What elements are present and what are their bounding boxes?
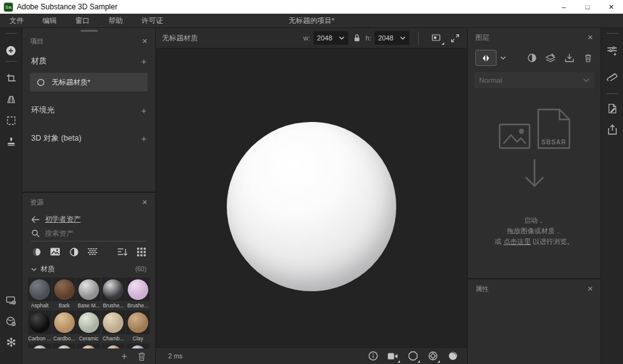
material-thumbnail[interactable]: Chamb... <box>101 310 125 342</box>
material-thumbnail[interactable]: Asphalt <box>27 278 52 309</box>
material-thumbnail-label: Cardbo... <box>54 335 75 342</box>
display-mode-icon[interactable] <box>427 350 439 362</box>
delete-asset-icon[interactable] <box>137 352 146 362</box>
material-grid-partial-row <box>22 342 155 348</box>
info-icon[interactable] <box>367 350 379 362</box>
add-environment-button[interactable]: + <box>141 107 146 114</box>
material-thumbnail[interactable]: Cardbo... <box>52 310 76 342</box>
stamp-tool-icon[interactable] <box>6 136 17 147</box>
width-value: 2048 <box>317 34 339 42</box>
material-preview-sphere[interactable] <box>227 122 396 291</box>
viewer-settings-icon[interactable] <box>6 294 17 306</box>
add-object-button[interactable]: + <box>141 135 146 142</box>
resources-panel-close-icon[interactable]: ✕ <box>142 198 148 207</box>
fullscreen-icon[interactable] <box>449 32 461 44</box>
menu-file[interactable]: 文件 <box>0 16 33 26</box>
project-panel-close-icon[interactable]: ✕ <box>142 37 148 45</box>
project-panel-title: 项目 <box>30 37 44 46</box>
viewport-footer: 2 ms <box>156 347 467 364</box>
project-panel: 项目 ✕ 材质 + 无标题材质* 环境光 + <box>22 28 155 192</box>
share-export-icon[interactable] <box>607 124 618 135</box>
material-thumbnail[interactable]: Brushe... <box>126 278 150 309</box>
divider <box>418 32 419 44</box>
hint-line-3: 或 点击这里 以进行浏览。 <box>495 236 574 247</box>
view-mode-icon[interactable] <box>431 32 443 44</box>
browse-link[interactable]: 点击这里 <box>503 238 531 245</box>
search-input[interactable] <box>45 230 138 237</box>
material-thumbnail[interactable]: Carbon ... <box>27 310 52 342</box>
properties-panel-close-icon[interactable]: ✕ <box>587 285 593 293</box>
export-preset-icon[interactable] <box>607 103 618 114</box>
filter-images-icon[interactable] <box>50 246 60 257</box>
add-resource-icon[interactable] <box>6 45 17 56</box>
adjustment-icon[interactable] <box>526 53 537 63</box>
height-value: 2048 <box>378 34 400 42</box>
search-box[interactable] <box>31 229 146 241</box>
lock-ratio-icon[interactable] <box>353 34 361 42</box>
viewport-canvas[interactable] <box>156 49 467 347</box>
blend-mode-select[interactable]: Normal <box>474 72 594 88</box>
window-title: Adobe Substance 3D Sampler <box>17 2 117 11</box>
crop-tool-icon[interactable] <box>6 73 17 84</box>
width-select[interactable]: 2048 <box>313 31 348 45</box>
grid-view-icon[interactable] <box>136 246 146 257</box>
environment-icon[interactable] <box>407 350 419 362</box>
filter-filters-icon[interactable] <box>69 246 79 257</box>
maximize-button[interactable]: □ <box>576 0 599 14</box>
material-thumbnail-partial[interactable] <box>77 343 100 348</box>
properties-panel: 属性 ✕ <box>468 279 601 364</box>
menu-window[interactable]: 窗口 <box>66 16 99 26</box>
material-thumbnail-label: Clay <box>133 335 143 342</box>
camera-icon[interactable] <box>387 350 399 362</box>
height-select[interactable]: 2048 <box>374 31 409 45</box>
material-thumbnail-partial[interactable] <box>52 343 76 348</box>
section-materials: 材质 + <box>22 50 155 72</box>
layers-panel-close-icon[interactable]: ✕ <box>587 34 593 42</box>
material-thumbnail[interactable]: Base M... <box>77 278 101 309</box>
material-thumbnail[interactable]: Bark <box>52 278 76 309</box>
marquee-tool-icon[interactable] <box>6 115 17 126</box>
resources-panel: 资源 ✕ 初学者资产 <box>22 193 155 364</box>
layer-dropzone[interactable]: SBSAR 启动， 拖放图像或材质， 或 点击这里 以进行浏览。 <box>468 88 601 278</box>
filter-fabric-icon[interactable] <box>87 246 98 257</box>
material-list-item[interactable]: 无标题材质* <box>30 73 148 91</box>
menu-license[interactable]: 许可证 <box>132 16 173 26</box>
add-asset-button[interactable]: + <box>121 351 127 362</box>
material-thumbnail[interactable]: Brushe... <box>101 278 125 309</box>
back-arrow-icon[interactable] <box>31 216 40 223</box>
left-toolbar <box>0 28 22 364</box>
material-thumbnail-partial[interactable] <box>28 343 52 348</box>
starter-assets-link[interactable]: 初学者资产 <box>45 215 81 224</box>
material-thumbnail-partial[interactable] <box>126 343 150 348</box>
smart-filters-icon[interactable] <box>607 45 618 56</box>
filter-materials-icon[interactable] <box>31 246 42 257</box>
material-thumbnail[interactable]: Ceramic <box>77 310 101 342</box>
perspective-tool-icon[interactable] <box>6 94 17 105</box>
material-ring-icon <box>36 78 45 87</box>
material-ball-icon[interactable] <box>447 350 459 362</box>
menu-edit[interactable]: 编辑 <box>33 16 66 26</box>
channel-chevron-icon[interactable] <box>500 56 506 60</box>
delete-layer-icon[interactable] <box>583 53 593 63</box>
channel-select-button[interactable] <box>475 50 497 66</box>
materials-section-label: 材质 <box>31 56 47 67</box>
material-thumbnail-partial[interactable] <box>102 343 125 348</box>
minimize-button[interactable]: – <box>552 0 576 14</box>
properties-panel-title: 属性 <box>475 284 489 294</box>
add-material-button[interactable]: + <box>141 58 146 65</box>
material-thumbnail[interactable]: Clay <box>126 310 150 342</box>
app-logo-icon: Sa <box>4 2 13 12</box>
layers-panel: 图层 ✕ <box>468 28 601 278</box>
materials-category-row[interactable]: 材质 (60) <box>22 259 155 276</box>
menu-help[interactable]: 帮助 <box>99 16 132 26</box>
plugins-icon[interactable] <box>6 337 17 348</box>
close-button[interactable]: ✕ <box>599 0 623 14</box>
sort-icon[interactable] <box>117 246 128 257</box>
material-thumbnail-label: Chamb... <box>103 335 125 342</box>
layer-effect-icon[interactable] <box>545 53 556 63</box>
layers-panel-title: 图层 <box>475 33 489 42</box>
material-thumbnail-label: Brushe... <box>103 302 124 309</box>
import-layer-icon[interactable] <box>564 53 574 63</box>
measure-tool-icon[interactable] <box>607 70 618 81</box>
environment-settings-icon[interactable] <box>6 315 17 327</box>
